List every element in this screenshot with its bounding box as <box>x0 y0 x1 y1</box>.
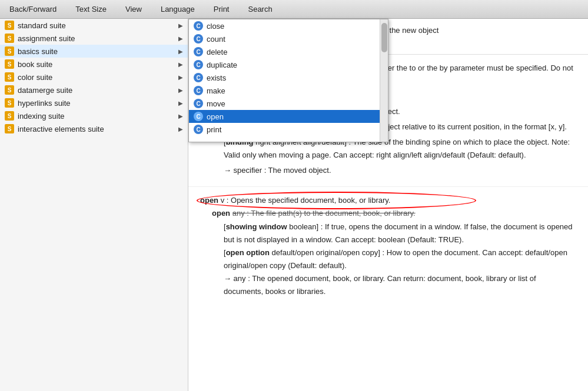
toolbar-search[interactable]: Search <box>244 4 275 15</box>
sidebar-label-datamerge: datamerge suite <box>18 86 177 95</box>
submenu-icon-move: C <box>194 99 203 108</box>
sidebar-item-basics-suite[interactable]: S basics suite ▶ <box>0 45 188 58</box>
submenu-item-duplicate[interactable]: C duplicate <box>189 58 380 71</box>
sidebar-arrow-assignment: ▶ <box>177 35 183 42</box>
sidebar-item-hyperlinks-suite[interactable]: S hyperlinks suite ▶ <box>0 96 188 109</box>
open-return-arrow: → <box>224 274 231 283</box>
submenu-label-duplicate: duplicate <box>207 61 237 69</box>
submenu-item-move[interactable]: C move <box>189 97 380 110</box>
sidebar-arrow-interactive: ▶ <box>177 126 183 132</box>
submenu-item-print[interactable]: C print <box>189 123 380 136</box>
toolbar-language[interactable]: Language <box>157 4 198 15</box>
open-option-keyword: open option <box>226 248 270 257</box>
sidebar-item-indexing-suite[interactable]: S indexing suite ▶ <box>0 109 188 122</box>
sidebar-arrow-hyperlinks: ▶ <box>177 100 183 106</box>
submenu-icon-close: C <box>194 21 203 31</box>
sidebar-label-assignment: assignment suite <box>18 34 177 43</box>
submenu-icon-make: C <box>194 86 203 95</box>
sidebar-icon-assignment: S <box>5 34 14 43</box>
submenu-item-delete[interactable]: C delete <box>189 45 380 58</box>
sidebar-icon-standard: S <box>5 21 14 30</box>
submenu-label-print: print <box>207 125 221 134</box>
open-return-line: → any : The opened document, book, or li… <box>200 272 576 298</box>
submenu-label-close: close <box>207 22 224 31</box>
sidebar-item-assignment-suite[interactable]: S assignment suite ▶ <box>0 32 188 45</box>
sidebar-label-hyperlinks: hyperlinks suite <box>18 99 177 108</box>
sidebar-label-interactive: interactive elements suite <box>18 125 177 133</box>
main-container: S standard suite ▶ S assignment suite ▶ … <box>0 19 588 391</box>
sidebar-arrow-color: ▶ <box>177 74 183 81</box>
sidebar-icon-hyperlinks: S <box>5 98 14 108</box>
sidebar-icon-color: S <box>5 72 14 82</box>
sidebar: S standard suite ▶ S assignment suite ▶ … <box>0 19 188 391</box>
submenu-label-open: open <box>207 112 224 121</box>
sidebar-item-book-suite[interactable]: S book suite ▶ <box>0 58 188 71</box>
submenu-icon-print: C <box>194 125 203 134</box>
open-keyword: open <box>200 196 218 205</box>
open-title: open v : Opens the specified document, b… <box>200 194 576 207</box>
submenu-icon-delete: C <box>194 47 203 56</box>
open-option-line: [open option default/open original/open … <box>200 246 576 272</box>
scrollbar-thumb <box>381 23 387 52</box>
submenu-label-delete: delete <box>207 48 227 56</box>
submenu-label-exists: exists <box>207 73 226 82</box>
submenu-item-exists[interactable]: C exists <box>189 71 380 84</box>
open-title-rest: v : Opens the specified document, book, … <box>221 196 391 205</box>
open-showing-line: [showing window boolean] : If true, open… <box>200 220 576 246</box>
toolbar-back-forward[interactable]: Back/Forward <box>6 4 60 15</box>
toolbar-view[interactable]: View <box>122 4 145 15</box>
submenu-item-close[interactable]: C close <box>189 19 380 32</box>
submenu-icon-exists: C <box>194 73 203 82</box>
open-any-strike: any : The file path(s) to the document, … <box>232 209 416 218</box>
sidebar-arrow-indexing: ▶ <box>177 113 183 119</box>
toolbar-print[interactable]: Print <box>210 4 233 15</box>
submenu-icon-count: C <box>194 34 203 44</box>
move-return-line: → specifier : The moved object. <box>200 164 576 177</box>
sidebar-arrow-standard: ▶ <box>177 22 183 29</box>
sidebar-icon-book: S <box>5 59 14 69</box>
sidebar-item-color-suite[interactable]: S color suite ▶ <box>0 71 188 83</box>
submenu-scrollbar[interactable] <box>380 19 388 142</box>
submenu-item-make[interactable]: C make <box>189 84 380 97</box>
sidebar-label-color: color suite <box>18 73 177 82</box>
submenu-item-open[interactable]: C open <box>189 110 380 123</box>
move-return-arrow: → <box>224 166 231 175</box>
submenu-label-count: count <box>207 35 225 44</box>
toolbar-text-size[interactable]: Text Size <box>72 4 110 15</box>
sidebar-item-interactive-suite[interactable]: S interactive elements suite ▶ <box>0 122 188 135</box>
sidebar-icon-indexing: S <box>5 111 14 121</box>
toolbar: Back/Forward Text Size View Language Pri… <box>0 0 588 19</box>
sidebar-item-standard-suite[interactable]: S standard suite ▶ <box>0 19 188 32</box>
sidebar-icon-datamerge: S <box>5 85 14 95</box>
sidebar-label-basics: basics suite <box>18 47 177 56</box>
sidebar-label-book: book suite <box>18 60 177 69</box>
sidebar-item-datamerge-suite[interactable]: S datamerge suite ▶ <box>0 83 188 96</box>
open-any-line: open any : The file path(s) to the docum… <box>200 207 576 220</box>
sidebar-label-indexing: indexing suite <box>18 112 177 121</box>
open-any-keyword: open <box>212 209 230 218</box>
sidebar-icon-interactive: S <box>5 124 14 133</box>
submenu-icon-open: C <box>194 112 203 121</box>
submenu-item-count[interactable]: C count <box>189 32 380 45</box>
open-section: open v : Opens the specified document, b… <box>188 187 588 305</box>
sidebar-arrow-basics: ▶ <box>177 48 183 55</box>
submenu-label-make: make <box>207 86 225 95</box>
sidebar-arrow-datamerge: ▶ <box>177 87 183 93</box>
submenu-icon-duplicate: C <box>194 60 203 69</box>
submenu-label-move: move <box>207 99 225 108</box>
sidebar-icon-basics: S <box>5 46 14 56</box>
submenu-dropdown: C close C count C delete C duplicate C <box>188 19 388 142</box>
sidebar-label-standard: standard suite <box>18 21 177 30</box>
sidebar-arrow-book: ▶ <box>177 61 183 68</box>
open-showing-keyword: showing window <box>226 222 287 231</box>
